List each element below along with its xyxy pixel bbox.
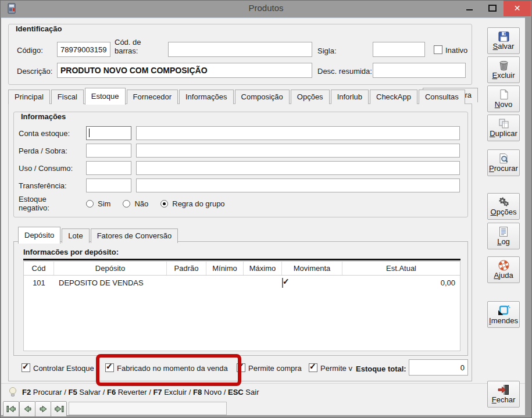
fabricado-momento-venda-checkbox[interactable]: ✓ (105, 363, 114, 372)
col-movimenta[interactable]: Movimenta (282, 262, 342, 275)
identificacao-group: Identificação Código: Cód. de barras: Si… (8, 24, 472, 85)
close-button[interactable]: ✕ (504, 0, 531, 16)
col-est-atual[interactable]: Est.Atual (342, 262, 460, 275)
trash-icon (497, 60, 510, 71)
deposito-list: Cód Depósito Padrão Mínimo Máximo Movime… (23, 261, 460, 351)
novo-button[interactable]: Novo (487, 85, 520, 112)
col-cod[interactable]: Cód (24, 262, 54, 275)
transferencia-code-input[interactable] (86, 178, 131, 192)
estoque-tab-panel: Informações Conta estoque: Perda / Sobra… (8, 103, 472, 381)
radio-regra-do-grupo[interactable] (160, 200, 168, 208)
duplicar-button[interactable]: Duplicar (487, 115, 520, 141)
deposito-list-header: Cód Depósito Padrão Mínimo Máximo Movime… (24, 262, 460, 276)
sigla-label: Sigla: (317, 47, 337, 55)
descricao-input[interactable] (57, 63, 312, 78)
perda-sobra-code-input[interactable] (86, 144, 131, 158)
maximize-icon (488, 5, 497, 12)
perda-sobra-desc-input[interactable] (136, 144, 460, 158)
conta-estoque-desc-input[interactable] (136, 126, 460, 140)
subtab-lote[interactable]: Lote (62, 228, 89, 243)
uso-consumo-desc-input[interactable] (136, 161, 460, 175)
permite-venda-label: Permite v (320, 364, 354, 373)
codigo-label: Código: (17, 46, 43, 55)
lightbulb-icon (8, 387, 17, 398)
subtab-deposito[interactable]: Depósito (18, 227, 60, 244)
maximize-button[interactable] (481, 0, 504, 16)
subtab-fatores[interactable]: Fatores de Conversão (91, 228, 178, 243)
col-padrao[interactable]: Padrão (167, 262, 206, 275)
opcoes-button[interactable]: Opções (487, 193, 520, 220)
gears-icon (497, 197, 510, 208)
tab-fornecedor[interactable]: Fornecedor (127, 90, 178, 104)
last-record-icon (53, 405, 65, 413)
radio-regra-do-grupo-label: Regra do grupo (172, 199, 224, 208)
record-status-strip (69, 402, 227, 415)
tab-inforlub[interactable]: Inforlub (331, 90, 369, 104)
procurar-button[interactable]: Procurar (487, 149, 520, 176)
title-rule (23, 259, 460, 260)
inativo-checkbox[interactable] (434, 45, 442, 54)
imendes-button[interactable]: Imendes (487, 301, 520, 328)
log-button[interactable]: Log (487, 223, 520, 249)
estoque-negativo-label: Estoque negativo: (19, 195, 49, 212)
first-record-icon (6, 405, 17, 413)
previous-record-icon (23, 405, 33, 413)
salvar-button[interactable]: Salvar (487, 27, 520, 54)
col-minimo[interactable]: Mínimo (206, 262, 244, 275)
tab-consultas[interactable]: Consultas (419, 90, 465, 104)
perda-sobra-label: Perda / Sobra: (19, 147, 67, 155)
conta-estoque-code-input[interactable] (86, 126, 131, 140)
save-icon (497, 31, 510, 42)
tab-opcoes[interactable]: Opções (291, 90, 330, 104)
excluir-button[interactable]: Excluir (487, 56, 520, 83)
close-icon: ✕ (514, 3, 521, 13)
col-maximo[interactable]: Máximo (244, 262, 282, 275)
fabricado-momento-venda-label: Fabricado no momento da venda (117, 364, 228, 373)
check-icon: ✓ (22, 362, 29, 370)
estoque-total-label: Estoque total: (356, 365, 406, 373)
ajuda-button[interactable]: Ajuda (487, 256, 520, 283)
last-record-button[interactable] (51, 401, 67, 417)
permite-compra-checkbox[interactable]: ✓ (237, 363, 245, 372)
informacoes-group: Informações Conta estoque: Perda / Sobra… (13, 112, 468, 217)
shortcut-hints: F2 Procurar / F5 Salvar / F6 Reverter / … (22, 388, 259, 396)
movimenta-checkbox[interactable]: ✓ (282, 278, 283, 288)
uso-consumo-code-input[interactable] (86, 161, 131, 175)
inativo-label: Inativo (445, 46, 467, 55)
tab-principal[interactable]: Principal (8, 90, 50, 104)
permite-compra-label: Permite compra (248, 364, 302, 373)
controlar-estoque-label: Controlar Estoque (33, 364, 94, 373)
table-row[interactable]: 101 DEPOSITO DE VENDAS ✓ 0,00 (24, 276, 460, 290)
transferencia-desc-input[interactable] (136, 178, 460, 192)
tab-estoque[interactable]: Estoque (85, 88, 126, 105)
previous-record-button[interactable] (19, 401, 35, 417)
cell-est-atual: 0,00 (342, 278, 460, 287)
deposito-subtabs: Depósito Lote Fatores de Conversão (18, 227, 179, 243)
tab-informacoes[interactable]: Informações (179, 90, 234, 104)
estoque-total-input[interactable] (409, 359, 468, 376)
cod-barras-input[interactable] (168, 42, 312, 57)
imendes-icon (497, 305, 510, 316)
deposito-list-title: Informacões por depósito: (23, 248, 119, 256)
minimize-button[interactable] (458, 0, 481, 16)
permite-venda-checkbox[interactable]: ✓ (309, 363, 317, 372)
tab-checkapp[interactable]: CheckApp (370, 90, 417, 104)
tab-fiscal[interactable]: Fiscal (51, 90, 84, 104)
col-deposito[interactable]: Depósito (54, 262, 167, 275)
log-icon (497, 226, 510, 237)
tab-composicao[interactable]: Composição (235, 90, 290, 104)
controlar-estoque-checkbox[interactable]: ✓ (22, 363, 30, 372)
radio-nao[interactable] (123, 200, 130, 208)
new-file-icon (497, 89, 510, 100)
fechar-button[interactable]: Fechar (487, 381, 520, 408)
cell-cod: 101 (24, 278, 54, 287)
cell-deposito: DEPOSITO DE VENDAS (54, 278, 167, 287)
window-client-area: Identificação Código: Cód. de barras: Si… (1, 17, 525, 415)
radio-sim[interactable] (86, 200, 94, 208)
radio-sim-label: Sim (98, 199, 110, 208)
codigo-input[interactable] (57, 42, 110, 57)
desc-resumida-input[interactable] (373, 63, 466, 78)
next-record-button[interactable] (35, 401, 51, 417)
sigla-input[interactable] (373, 42, 425, 57)
first-record-button[interactable] (3, 401, 19, 417)
